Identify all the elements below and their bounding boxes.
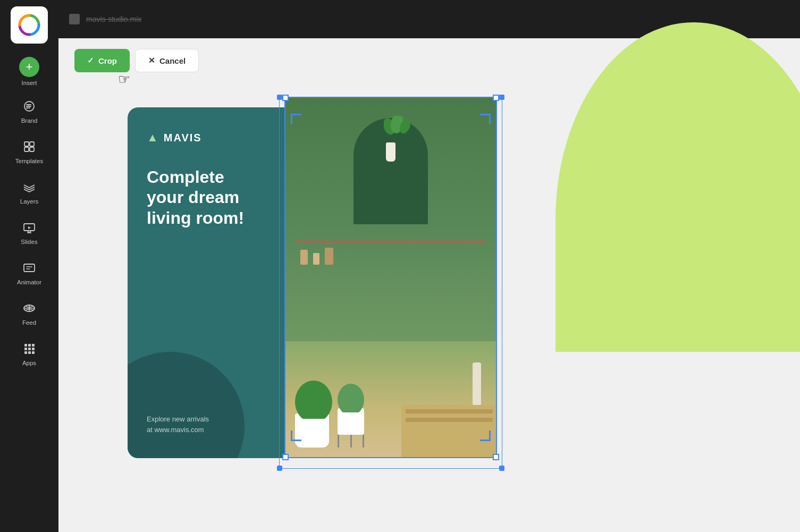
slides-icon [23,221,36,236]
crop-confirm-button[interactable]: ✓ Crop [74,49,130,72]
shelf-item-3 [325,248,333,265]
plant-stand [338,381,364,447]
sidebar-item-layers-label: Layers [20,198,39,205]
canvas-area: ✓ Crop ✕ Cancel ☞ ▲ MAVIS Complete y [58,38,800,532]
sidebar-item-animator-label: Animator [17,279,41,285]
ad-headline-line1: Complete [147,167,273,187]
sidebar-item-templates-label: Templates [15,158,43,164]
white-pot [295,376,332,447]
svg-rect-16 [28,348,31,350]
svg-rect-14 [32,344,35,347]
layers-icon [23,181,36,196]
ad-headline-line3: living room! [147,208,273,228]
ad-left-panel: ▲ MAVIS Complete your dream living room!… [128,107,292,458]
svg-point-4 [26,107,27,108]
sidebar-item-feed-label: Feed [22,319,36,326]
main-area: mavis-studio.mix ✓ Crop ✕ Cancel ☞ ▲ [58,0,800,532]
ad-subtext-line2: at www.mavis.com [147,425,273,435]
animator-icon [23,261,36,276]
shelf-board [295,240,486,243]
sidebar-item-brand[interactable]: Brand [6,92,52,131]
mavis-logo-icon: ▲ [147,131,158,145]
svg-rect-18 [24,351,27,354]
topbar-title: mavis-studio.mix [86,15,141,23]
ad-headline: Complete your dream living room! [147,167,273,228]
svg-rect-19 [28,351,31,354]
crop-toolbar: ✓ Crop ✕ Cancel [74,49,199,72]
ad-headline-line2: your dream [147,187,273,207]
green-blob-decoration [555,22,800,352]
check-icon: ✓ [87,56,94,65]
sidebar-item-apps[interactable]: Apps [6,335,52,373]
shelf-item-2 [313,253,319,265]
mavis-logo: ▲ MAVIS [147,131,273,145]
brand-icon [23,100,36,115]
ad-subtext: Explore new arrivals at www.mavis.com [147,414,273,435]
outer-corner-tr [499,95,504,100]
photo-side [284,97,497,458]
cancel-button-label: Cancel [159,56,186,65]
dresser-drawer-2 [406,418,493,422]
plus-icon: + [19,57,39,77]
outer-corner-br [499,466,504,471]
svg-rect-12 [24,344,27,347]
mavis-brand-name: MAVIS [164,132,202,144]
feed-icon [23,302,36,317]
ad-subtext-line1: Explore new arrivals [147,414,273,425]
apps-icon [23,342,36,357]
svg-rect-20 [32,351,35,354]
dresser-drawer [406,409,493,413]
x-icon: ✕ [148,56,155,65]
ad-circle-decoration [128,352,245,458]
sidebar-item-animator[interactable]: Animator [6,254,52,292]
stand-legs [338,435,364,447]
svg-rect-6 [30,142,34,146]
app-logo [11,6,48,44]
stand-plant [338,381,364,412]
tall-vase [473,362,481,405]
plant-leaves [295,376,332,419]
shelf-area [295,240,486,265]
outer-corner-bl [277,466,282,471]
sidebar-item-apps-label: Apps [22,360,36,366]
svg-rect-7 [24,147,29,151]
svg-rect-15 [24,348,27,350]
sidebar: + Insert Brand Templates [0,0,58,532]
cursor-pointer: ☞ [118,71,130,88]
arch-decoration [353,118,428,224]
svg-rect-13 [28,344,31,347]
svg-rect-5 [24,142,29,146]
shelf-items [295,248,486,265]
topbar-icon [69,14,80,24]
dresser [401,405,497,458]
sidebar-item-insert[interactable]: + Insert [6,52,52,90]
sidebar-item-layers[interactable]: Layers [6,173,52,212]
sidebar-item-insert-label: Insert [22,80,37,86]
svg-rect-8 [30,147,34,151]
design-card: ▲ MAVIS Complete your dream living room!… [128,107,478,458]
sidebar-item-feed[interactable]: Feed [6,294,52,333]
sidebar-item-brand-label: Brand [21,117,38,124]
arch-inner [353,118,428,224]
outer-corner-tl [277,95,282,100]
svg-rect-17 [32,348,35,350]
templates-icon [23,140,36,155]
shelf-item-1 [300,250,308,265]
room-scene [284,97,497,458]
crop-button-label: Crop [98,56,117,65]
svg-point-2 [26,104,27,105]
svg-rect-10 [24,264,35,272]
floor-area [284,341,497,458]
svg-point-3 [26,105,27,106]
sidebar-item-slides-label: Slides [21,239,37,245]
sidebar-item-templates[interactable]: Templates [6,133,52,171]
sidebar-item-slides[interactable]: Slides [6,214,52,252]
crop-cancel-button[interactable]: ✕ Cancel [135,49,199,72]
